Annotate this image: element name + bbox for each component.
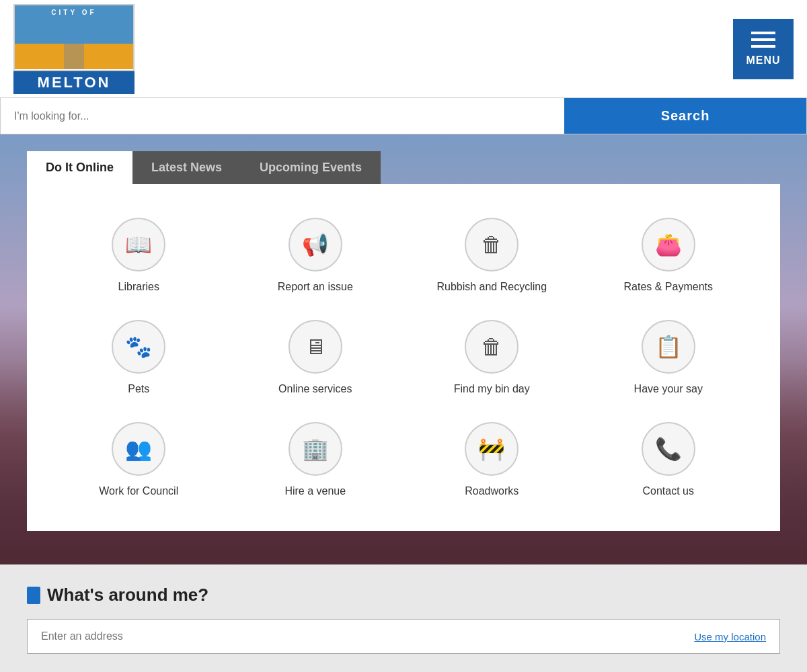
tab-latest-news[interactable]: Latest News (132, 151, 241, 184)
icon-contact-us: 📞 (642, 422, 695, 476)
use-location-link[interactable]: Use my location (694, 631, 766, 642)
icon-item-hire-venue[interactable]: 🏢Hire a venue (231, 415, 401, 504)
logo-sky: CITY OF (15, 5, 133, 44)
icon-item-roadworks[interactable]: 🚧Roadworks (407, 415, 577, 504)
search-input[interactable] (1, 98, 564, 134)
logo-road (64, 44, 84, 69)
tabs-container: Do It Online Latest News Upcoming Events (0, 134, 807, 184)
icon-item-online-services[interactable]: 🖥Online services (231, 313, 401, 402)
around-me-title: What's around me? (27, 585, 780, 605)
icon-label-roadworks: Roadworks (465, 485, 518, 497)
icon-item-have-your-say[interactable]: 📋Have your say (584, 313, 754, 402)
icon-label-work-for-council: Work for Council (99, 485, 178, 497)
hero-section: Do It Online Latest News Upcoming Events… (0, 134, 807, 564)
icon-item-find-bin-day[interactable]: 🗑Find my bin day (407, 313, 577, 402)
icon-item-libraries[interactable]: 📖Libraries (54, 211, 224, 300)
icon-label-have-your-say: Have your say (634, 383, 703, 395)
tab-upcoming-events[interactable]: Upcoming Events (241, 151, 381, 184)
menu-bar-3 (751, 45, 775, 48)
icon-label-rubbish-recycling: Rubbish and Recycling (436, 281, 547, 293)
icon-have-your-say: 📋 (642, 320, 695, 374)
logo[interactable]: CITY OF MELTON (13, 4, 134, 94)
icon-grid: 📖Libraries📢Report an issue🗑Rubbish and R… (40, 204, 767, 511)
tab-do-it-online[interactable]: Do It Online (27, 151, 132, 184)
address-bar: Use my location (27, 619, 780, 654)
icon-hire-venue: 🏢 (289, 422, 342, 476)
menu-bar-2 (751, 38, 775, 41)
icon-pets: 🐾 (112, 320, 165, 374)
menu-button[interactable]: MENU (733, 19, 794, 79)
icon-item-contact-us[interactable]: 📞Contact us (584, 415, 754, 504)
icon-item-work-for-council[interactable]: 👥Work for Council (54, 415, 224, 504)
content-panel: 📖Libraries📢Report an issue🗑Rubbish and R… (27, 184, 780, 531)
icon-label-libraries: Libraries (118, 281, 159, 293)
icon-label-pets: Pets (128, 383, 149, 395)
icon-online-services: 🖥 (289, 320, 342, 374)
icon-item-rates-payments[interactable]: 👛Rates & Payments (584, 211, 754, 300)
menu-bar-1 (751, 32, 775, 34)
icon-rates-payments: 👛 (642, 218, 695, 271)
icon-label-find-bin-day: Find my bin day (454, 383, 530, 395)
icon-label-contact-us: Contact us (643, 485, 694, 497)
icon-label-rates-payments: Rates & Payments (624, 281, 714, 293)
icon-label-hire-venue: Hire a venue (284, 485, 346, 497)
icon-roadworks: 🚧 (465, 422, 518, 476)
icon-item-rubbish-recycling[interactable]: 🗑Rubbish and Recycling (407, 211, 577, 300)
logo-land (15, 44, 133, 69)
around-me-section: What's around me? Use my location (0, 564, 807, 672)
icon-find-bin-day: 🗑 (465, 320, 518, 374)
logo-graphic: CITY OF (13, 4, 134, 71)
icon-rubbish-recycling: 🗑 (465, 218, 518, 271)
tabs: Do It Online Latest News Upcoming Events (27, 151, 780, 184)
icon-item-report-issue[interactable]: 📢Report an issue (231, 211, 401, 300)
icon-work-for-council: 👥 (112, 422, 165, 476)
search-bar: Search (0, 97, 807, 134)
icon-report-issue: 📢 (289, 218, 342, 271)
icon-item-pets[interactable]: 🐾Pets (54, 313, 224, 402)
search-button[interactable]: Search (564, 98, 806, 134)
icon-libraries: 📖 (112, 218, 165, 271)
logo-city-of-text: CITY OF (51, 9, 96, 16)
menu-label: MENU (746, 54, 780, 67)
site-header: CITY OF MELTON MENU (0, 0, 807, 97)
address-input[interactable] (41, 630, 694, 642)
icon-label-report-issue: Report an issue (278, 281, 353, 293)
logo-name: MELTON (13, 71, 134, 94)
icon-label-online-services: Online services (278, 383, 352, 395)
